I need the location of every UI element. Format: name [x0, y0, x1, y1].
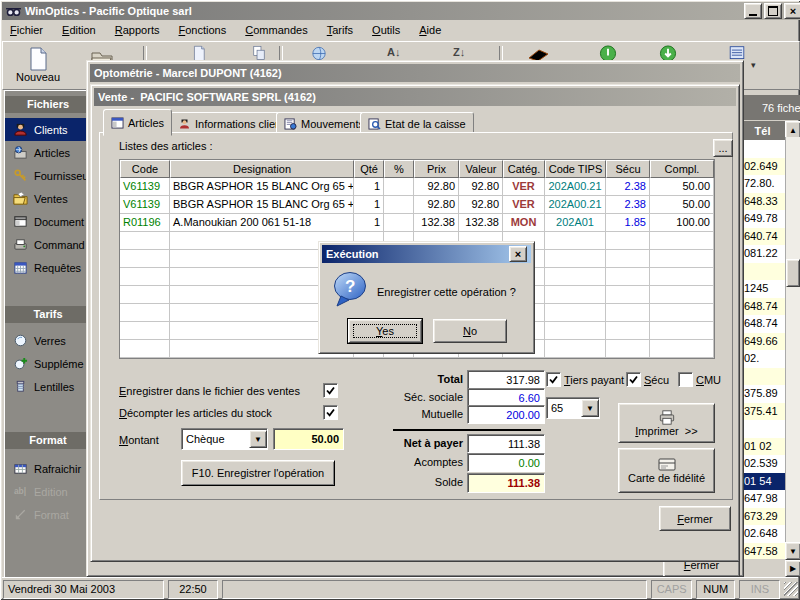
client-row[interactable] — [741, 140, 786, 158]
client-row[interactable]: 02.648 — [741, 525, 786, 543]
sort-asc-icon[interactable]: A↓ — [387, 46, 400, 58]
tiers-payant-checkbox[interactable] — [546, 372, 561, 387]
sidebar-item-commandes[interactable]: Command — [5, 233, 91, 256]
menu-outils[interactable]: Outils — [364, 21, 408, 39]
yes-button[interactable]: Yes — [348, 319, 422, 343]
article-row[interactable]: V61139 BBGR ASPHOR 15 BLANC Org 65 + 1 9… — [120, 178, 714, 196]
resize-grip[interactable] — [784, 582, 798, 596]
article-row[interactable]: V61139 BBGR ASPHOR 15 BLANC Org 65 + 1 9… — [120, 196, 714, 214]
sidebar-item-fournisseurs[interactable]: Fournisseu — [5, 164, 91, 187]
mouvements-tab-icon — [284, 118, 297, 130]
maximize-button[interactable] — [764, 3, 782, 19]
client-row[interactable]: 081.22 — [741, 245, 786, 263]
sidebar-item-format-disabled: Format — [5, 503, 91, 526]
client-row[interactable]: 1245 — [741, 280, 786, 298]
deduct-stock-checkbox[interactable] — [323, 405, 338, 420]
tel-column-header[interactable]: Tél — [740, 121, 785, 140]
client-row[interactable]: 648.74 — [741, 315, 786, 333]
client-row[interactable]: 72.80. — [741, 175, 786, 193]
client-row[interactable]: 640.74 — [741, 228, 786, 246]
cmu-checkbox[interactable] — [678, 372, 693, 387]
dialog-title: Exécution — [326, 248, 379, 260]
montant-input[interactable]: 50.00 — [273, 428, 344, 450]
mutuelle-label: Mutuelle — [387, 408, 463, 420]
toolbar-nouveau-button[interactable]: Nouveau — [7, 44, 69, 85]
close-button[interactable]: × — [784, 3, 800, 19]
status-num: NUM — [696, 580, 735, 599]
status-ins: INS — [739, 580, 780, 599]
toolbar-nouveau-label: Nouveau — [16, 71, 60, 83]
article-row[interactable]: R01196 A.Manoukian 200 061 51-18 1 132.3… — [120, 214, 714, 232]
clients-icon — [13, 122, 28, 137]
sidebar-item-lentilles[interactable]: Lentilles — [5, 375, 91, 398]
menu-fonctions[interactable]: Fonctions — [171, 21, 235, 39]
cmu-label: CMU — [696, 374, 721, 386]
eraser-icon[interactable] — [527, 47, 551, 61]
sort-desc-icon[interactable]: Z↓ — [453, 46, 465, 58]
client-row[interactable]: 648.33 — [741, 193, 786, 211]
imprimer-button[interactable]: Imprimer >> — [618, 403, 715, 443]
save-to-sales-checkbox[interactable] — [323, 383, 338, 398]
dialog-close-button[interactable]: × — [509, 246, 527, 262]
client-row[interactable]: 648.74 — [741, 298, 786, 316]
combo-arrow-icon[interactable]: ▼ — [249, 430, 267, 448]
acomptes-label: Acomptes — [387, 456, 463, 468]
secu-label: Sécu — [644, 374, 669, 386]
menu-commandes[interactable]: Commandes — [237, 21, 315, 39]
status-bar: Vendredi 30 Mai 2003 22:50 CAPS NUM INS — [2, 577, 798, 598]
menu-tarifs[interactable]: Tarifs — [319, 21, 361, 39]
more-button[interactable]: ... — [713, 139, 733, 157]
sidebar-item-documents[interactable]: Document — [5, 210, 91, 233]
taux-combo[interactable]: 65 ▼ — [546, 397, 600, 419]
menu-edition[interactable]: Edition — [54, 21, 104, 39]
client-row[interactable]: 647.58 — [741, 543, 786, 560]
client-row[interactable]: 649.78 — [741, 210, 786, 228]
client-row[interactable] — [741, 368, 786, 386]
client-row[interactable]: 02. — [741, 350, 786, 368]
secu-checkbox[interactable] — [626, 372, 641, 387]
combo-arrow-icon[interactable]: ▼ — [581, 399, 599, 417]
client-row-selected[interactable]: 01 54 — [741, 473, 786, 491]
vertical-scrollbar[interactable] — [785, 137, 800, 542]
client-row[interactable] — [741, 420, 786, 438]
client-row[interactable] — [741, 263, 786, 281]
client-row[interactable]: 375.89 — [741, 385, 786, 403]
sidebar-item-ventes[interactable]: Ventes — [5, 187, 91, 210]
client-row[interactable]: 673.29 — [741, 508, 786, 526]
scrollbar-thumb[interactable] — [786, 259, 800, 287]
montant-label: Montant — [119, 434, 159, 446]
execution-dialog-titlebar: Exécution × — [322, 245, 531, 263]
menu-aide[interactable]: Aide — [411, 21, 449, 39]
question-balloon-icon: ? — [332, 271, 368, 308]
info-client-tab-icon — [178, 118, 191, 130]
client-row[interactable]: 02.649 — [741, 158, 786, 176]
no-button[interactable]: No — [433, 319, 507, 343]
minimize-button[interactable] — [744, 3, 762, 19]
client-row[interactable]: 01 02 — [741, 438, 786, 456]
svg-text:ab|: ab| — [14, 486, 26, 496]
payment-method-combo[interactable]: Chèque ▼ — [181, 428, 268, 450]
sidebar-item-verres[interactable]: Verres — [5, 329, 91, 352]
scroll-down-button[interactable]: ▼ — [785, 542, 800, 560]
sidebar-item-supplements[interactable]: Suppléme — [5, 352, 91, 375]
sidebar-item-edition-disabled: ab| Edition — [5, 480, 91, 503]
carte-fidelite-button[interactable]: Carte de fidélité — [618, 448, 715, 493]
client-row[interactable]: 649.66 — [741, 333, 786, 351]
client-row[interactable]: 647.98 — [741, 490, 786, 508]
scroll-right-button[interactable]: ▶ — [785, 560, 800, 577]
clients-count-band: 76 fiches — [737, 95, 800, 120]
sidebar-item-clients[interactable]: Clients — [5, 118, 91, 141]
client-row[interactable]: 375.41 — [741, 403, 786, 421]
sidebar-section-fichiers: Fichiers — [5, 96, 91, 113]
f10-enregistrer-button[interactable]: F10. Enregistrer l'opération — [181, 460, 335, 486]
client-row[interactable]: 02.539 — [741, 455, 786, 473]
sidebar-item-rafraichir[interactable]: Rafraichir — [5, 457, 91, 480]
toolbar-overflow-chevron[interactable]: ▾ — [751, 60, 756, 70]
menu-fichier[interactable]: Fichier — [2, 21, 51, 39]
vente-fermer-button[interactable]: Fermer — [659, 506, 731, 531]
sidebar-item-articles[interactable]: Articles — [5, 141, 91, 164]
sidebar-item-requetes[interactable]: Requêtes — [5, 256, 91, 279]
mutuelle-value: 200.00 — [467, 405, 545, 424]
tab-articles[interactable]: Articles — [103, 109, 172, 136]
menu-rapports[interactable]: Rapports — [107, 21, 168, 39]
